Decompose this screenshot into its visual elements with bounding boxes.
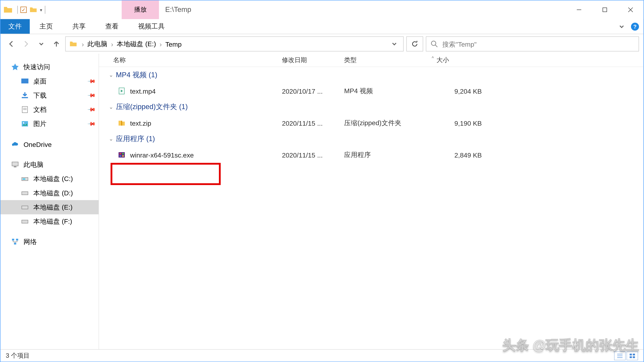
svg-line-5 bbox=[435, 45, 437, 47]
ribbon-collapse-icon[interactable] bbox=[618, 23, 625, 29]
ribbon-tabs: 文件 主页 共享 查看 视频工具 ? bbox=[0, 19, 644, 34]
pin-icon: 📌 bbox=[87, 77, 96, 86]
svg-rect-34 bbox=[630, 356, 632, 358]
help-icon[interactable]: ? bbox=[631, 22, 639, 30]
file-date: 2020/10/17 ... bbox=[282, 87, 344, 95]
file-row[interactable]: text.zip 2020/11/15 ... 压缩(zipped)文件夹 9,… bbox=[99, 115, 643, 131]
svg-rect-19 bbox=[12, 239, 14, 241]
svg-rect-13 bbox=[14, 166, 16, 167]
highlight-annotation bbox=[110, 163, 221, 185]
play-contextual-tab[interactable]: 播放 bbox=[122, 0, 159, 19]
column-name[interactable]: 名称 bbox=[113, 56, 282, 64]
divider bbox=[45, 6, 46, 14]
address-dropdown-icon[interactable] bbox=[389, 40, 400, 48]
file-size: 9,190 KB bbox=[438, 119, 491, 127]
sidebar-drive-c[interactable]: 本地磁盘 (C:) bbox=[0, 172, 99, 186]
folder-icon bbox=[69, 40, 77, 48]
search-box[interactable] bbox=[426, 36, 639, 51]
sidebar-drive-e[interactable]: 本地磁盘 (E:) bbox=[0, 200, 99, 214]
tab-video-tools[interactable]: 视频工具 bbox=[128, 19, 174, 34]
tab-view[interactable]: 查看 bbox=[96, 19, 128, 34]
file-size: 2,849 KB bbox=[438, 151, 491, 159]
window-title: E:\Temp bbox=[159, 0, 191, 19]
pictures-icon bbox=[21, 120, 29, 128]
maximize-button[interactable] bbox=[592, 0, 618, 19]
sidebar-drive-d[interactable]: 本地磁盘 (D:) bbox=[0, 186, 99, 200]
file-date: 2020/11/15 ... bbox=[282, 119, 344, 127]
file-type: 应用程序 bbox=[344, 151, 437, 159]
sidebar-documents[interactable]: 文档📌 bbox=[0, 102, 99, 117]
cloud-icon bbox=[11, 140, 19, 148]
sidebar-downloads[interactable]: 下载📌 bbox=[0, 88, 99, 102]
chevron-right-icon[interactable]: › bbox=[109, 40, 115, 48]
quick-access-toolbar: ▾ bbox=[0, 0, 51, 19]
svg-rect-24 bbox=[118, 152, 125, 157]
sidebar-drive-f[interactable]: 本地磁盘 (F:) bbox=[0, 214, 99, 228]
sidebar-quick-access[interactable]: 快速访问 bbox=[0, 60, 99, 74]
refresh-button[interactable] bbox=[406, 36, 423, 51]
breadcrumb[interactable]: 本地磁盘 (E:) bbox=[115, 40, 158, 48]
group-header[interactable]: ⌄压缩(zipped)文件夹 (1) bbox=[99, 99, 643, 115]
close-button[interactable] bbox=[618, 0, 643, 19]
body: 快速访问 桌面📌 下载📌 文档📌 图片📌 OneDrive bbox=[0, 54, 644, 349]
sidebar-desktop[interactable]: 桌面📌 bbox=[0, 74, 99, 88]
item-count: 3 个项目 bbox=[6, 352, 30, 360]
column-headers: 名称 修改日期 类型^ 大小 bbox=[99, 54, 643, 67]
up-button[interactable] bbox=[50, 38, 63, 50]
svg-rect-18 bbox=[22, 220, 28, 223]
file-type: MP4 视频 bbox=[344, 87, 437, 95]
tab-share[interactable]: 共享 bbox=[63, 19, 96, 34]
svg-rect-26 bbox=[122, 153, 124, 154]
svg-rect-6 bbox=[21, 78, 28, 83]
column-date[interactable]: 修改日期 bbox=[282, 56, 344, 64]
column-size[interactable]: 大小 bbox=[436, 56, 490, 64]
search-input[interactable] bbox=[442, 40, 634, 48]
file-size: 9,204 KB bbox=[438, 87, 491, 95]
chevron-down-icon: ⌄ bbox=[109, 72, 113, 78]
breadcrumb[interactable]: 此电脑 bbox=[86, 40, 109, 48]
desktop-icon bbox=[21, 77, 29, 85]
file-list: 名称 修改日期 类型^ 大小 ⌄MP4 视频 (1) text.mp4 2020… bbox=[99, 54, 643, 349]
group-header[interactable]: ⌄应用程序 (1) bbox=[99, 131, 643, 147]
file-type: 压缩(zipped)文件夹 bbox=[344, 119, 437, 127]
chevron-right-icon[interactable]: › bbox=[158, 40, 164, 48]
sidebar-network[interactable]: 网络 bbox=[0, 235, 99, 249]
view-details-button[interactable] bbox=[614, 351, 626, 360]
sidebar-this-pc[interactable]: 此电脑 bbox=[0, 157, 99, 172]
properties-icon[interactable] bbox=[20, 6, 27, 13]
file-name: text.mp4 bbox=[130, 87, 156, 95]
drive-icon bbox=[21, 217, 29, 225]
svg-rect-1 bbox=[603, 8, 607, 12]
drive-icon bbox=[21, 203, 29, 211]
tab-file[interactable]: 文件 bbox=[0, 19, 30, 34]
svg-rect-20 bbox=[16, 239, 18, 241]
svg-rect-28 bbox=[122, 155, 124, 157]
download-icon bbox=[21, 91, 29, 99]
svg-rect-23 bbox=[121, 121, 122, 125]
breadcrumb[interactable]: Temp bbox=[164, 40, 184, 48]
svg-rect-33 bbox=[633, 354, 635, 355]
group-header[interactable]: ⌄MP4 视频 (1) bbox=[99, 67, 643, 83]
chevron-right-icon[interactable]: › bbox=[80, 40, 86, 48]
back-button[interactable] bbox=[5, 38, 17, 50]
forward-button[interactable] bbox=[20, 38, 32, 50]
video-file-icon bbox=[118, 87, 126, 95]
minimize-button[interactable] bbox=[566, 0, 592, 19]
file-row[interactable]: winrar-x64-591sc.exe 2020/11/15 ... 应用程序… bbox=[99, 147, 643, 163]
svg-point-11 bbox=[23, 122, 24, 124]
folder-icon bbox=[29, 6, 37, 14]
view-icons-button[interactable] bbox=[626, 351, 638, 360]
sidebar-pictures[interactable]: 图片📌 bbox=[0, 117, 99, 131]
divider bbox=[18, 6, 18, 14]
column-type[interactable]: 类型^ bbox=[344, 56, 436, 64]
history-dropdown[interactable] bbox=[35, 38, 48, 50]
sort-indicator-icon: ^ bbox=[432, 55, 434, 60]
tab-home[interactable]: 主页 bbox=[30, 19, 63, 34]
qat-dropdown-icon[interactable]: ▾ bbox=[40, 7, 42, 12]
sidebar-onedrive[interactable]: OneDrive bbox=[0, 137, 99, 151]
window-controls bbox=[566, 0, 643, 19]
file-row[interactable]: text.mp4 2020/10/17 ... MP4 视频 9,204 KB bbox=[99, 83, 643, 99]
zip-file-icon bbox=[118, 119, 126, 127]
pin-icon: 📌 bbox=[87, 91, 96, 100]
address-bar[interactable]: › 此电脑 › 本地磁盘 (E:) › Temp bbox=[65, 36, 404, 51]
